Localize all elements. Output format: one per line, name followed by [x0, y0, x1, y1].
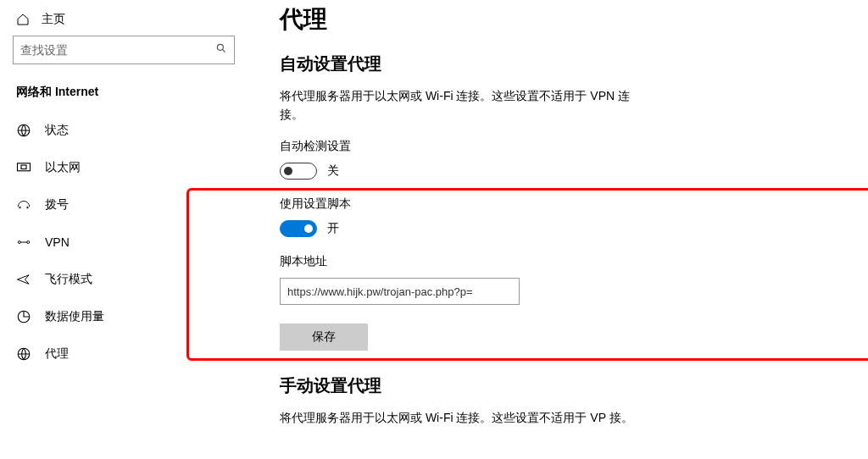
- main-content: 代理 自动设置代理 将代理服务器用于以太网或 Wi-Fi 连接。这些设置不适用于…: [246, 0, 868, 459]
- home-icon: [16, 13, 30, 26]
- svg-line-1: [222, 49, 225, 52]
- use-script-label: 使用设置脚本: [280, 196, 834, 212]
- search-box[interactable]: [13, 36, 235, 64]
- auto-detect-state: 关: [327, 163, 339, 179]
- sidebar: 主页 网络和 Internet 状态 以太网 拨号 VPN: [0, 0, 246, 459]
- sidebar-item-label: 代理: [45, 346, 69, 362]
- auto-proxy-heading: 自动设置代理: [280, 53, 834, 75]
- sidebar-item-label: 拨号: [45, 197, 69, 213]
- status-icon: [16, 123, 31, 138]
- svg-point-8: [27, 241, 30, 244]
- manual-proxy-heading: 手动设置代理: [280, 374, 834, 397]
- page-title: 代理: [280, 3, 834, 36]
- sidebar-item-vpn[interactable]: VPN: [13, 224, 233, 261]
- sidebar-item-label: 状态: [45, 123, 69, 138]
- home-label: 主页: [42, 12, 65, 27]
- sidebar-item-label: VPN: [45, 235, 70, 249]
- home-link[interactable]: 主页: [13, 7, 233, 36]
- dialup-icon: [16, 197, 31, 213]
- sidebar-item-data-usage[interactable]: 数据使用量: [13, 298, 233, 335]
- script-address-label: 脚本地址: [280, 254, 834, 269]
- ethernet-icon: [16, 160, 31, 175]
- search-icon: [215, 42, 227, 58]
- sidebar-item-proxy[interactable]: 代理: [13, 335, 233, 373]
- proxy-icon: [16, 346, 31, 362]
- svg-rect-3: [18, 163, 31, 171]
- manual-proxy-description: 将代理服务器用于以太网或 Wi-Fi 连接。这些设置不适用于 VP 接。: [280, 409, 636, 428]
- auto-detect-toggle[interactable]: [280, 163, 317, 180]
- save-button[interactable]: 保存: [280, 324, 368, 351]
- svg-point-5: [19, 207, 21, 208]
- sidebar-item-status[interactable]: 状态: [13, 112, 233, 149]
- sidebar-item-label: 数据使用量: [45, 309, 104, 324]
- data-usage-icon: [16, 309, 31, 324]
- use-script-toggle[interactable]: [280, 220, 317, 237]
- svg-point-0: [217, 44, 223, 50]
- sidebar-item-label: 飞行模式: [45, 272, 92, 287]
- airplane-icon: [16, 272, 31, 287]
- auto-detect-label: 自动检测设置: [280, 139, 834, 154]
- search-input[interactable]: [20, 43, 215, 57]
- svg-point-6: [27, 207, 29, 208]
- sidebar-section-title: 网络和 Internet: [13, 81, 233, 112]
- script-address-input[interactable]: [280, 278, 520, 305]
- use-script-state: 开: [327, 221, 339, 236]
- svg-rect-4: [21, 165, 26, 169]
- sidebar-item-airplane[interactable]: 飞行模式: [13, 261, 233, 298]
- sidebar-item-dialup[interactable]: 拨号: [13, 186, 233, 224]
- auto-proxy-description: 将代理服务器用于以太网或 Wi-Fi 连接。这些设置不适用于 VPN 连接。: [280, 87, 636, 124]
- sidebar-item-label: 以太网: [45, 160, 81, 175]
- svg-point-7: [18, 241, 20, 244]
- vpn-icon: [16, 235, 31, 250]
- sidebar-item-ethernet[interactable]: 以太网: [13, 149, 233, 186]
